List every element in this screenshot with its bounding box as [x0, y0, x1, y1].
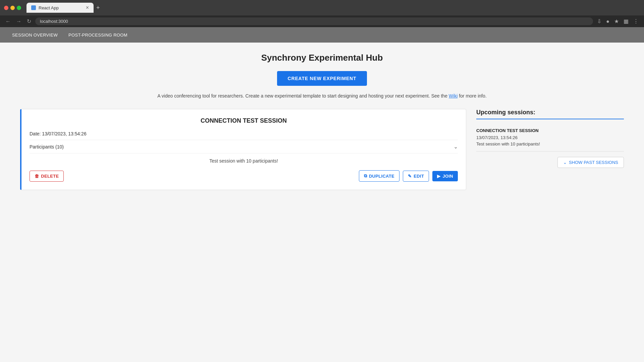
- edit-button[interactable]: ✎ EDIT: [403, 171, 429, 182]
- edit-icon: ✎: [408, 174, 412, 179]
- session-card-title: CONNECTION TEST SESSION: [30, 117, 458, 124]
- show-past-label: SHOW PAST SESSIONS: [569, 160, 618, 165]
- browser-titlebar: React App × +: [0, 0, 644, 15]
- upcoming-session-item: CONNECTION TEST SESSION 13/07/2023, 13:5…: [476, 123, 624, 152]
- app-nav: SESSION OVERVIEW POST-PROCESSING ROOM: [0, 27, 644, 43]
- minimize-dot[interactable]: [10, 6, 15, 10]
- window-controls: [4, 6, 21, 10]
- edit-label: EDIT: [414, 174, 424, 179]
- upcoming-panel: Upcoming sessions: CONNECTION TEST SESSI…: [476, 109, 624, 168]
- url-box[interactable]: localhost:3000: [35, 17, 593, 25]
- nav-post-processing-room[interactable]: POST-PROCESSING ROOM: [63, 28, 133, 42]
- description-suffix: for more info.: [459, 93, 486, 99]
- tab-title: React App: [39, 5, 59, 10]
- new-tab-button[interactable]: +: [94, 3, 103, 13]
- session-description: Test session with 10 participants!: [30, 158, 458, 164]
- browser-tab[interactable]: React App ×: [26, 3, 94, 13]
- duplicate-button[interactable]: ⧉ DUPLICATE: [359, 170, 399, 182]
- url-text: localhost:3000: [40, 19, 68, 24]
- chevron-down-small-icon: ⌄: [563, 160, 567, 165]
- close-dot[interactable]: [4, 6, 8, 10]
- download-icon[interactable]: ⇩: [596, 17, 603, 25]
- menu-icon[interactable]: ⋮: [632, 17, 640, 25]
- profile-icon[interactable]: ●: [605, 18, 611, 25]
- nav-session-overview[interactable]: SESSION OVERVIEW: [7, 28, 63, 42]
- tab-favicon-icon: [31, 5, 36, 10]
- join-button[interactable]: ▶ JOIN: [432, 171, 458, 181]
- tab-bar: React App × +: [24, 3, 640, 13]
- tab-close-icon[interactable]: ×: [86, 5, 89, 11]
- create-button-wrapper: CREATE NEW EXPERIMENT: [20, 71, 624, 86]
- address-bar: ← → ↻ localhost:3000 ⇩ ● ★ ▦ ⋮: [0, 15, 644, 27]
- upcoming-session-name: CONNECTION TEST SESSION: [476, 128, 624, 133]
- upcoming-title: Upcoming sessions:: [476, 109, 624, 119]
- delete-label: DELETE: [41, 174, 59, 179]
- join-label: JOIN: [442, 174, 453, 179]
- description-text: A video conferencing tool for researcher…: [157, 93, 447, 99]
- browser-chrome: React App × + ← → ↻ localhost:3000 ⇩ ● ★…: [0, 0, 644, 27]
- extensions-icon[interactable]: ▦: [622, 17, 630, 25]
- browser-icon-bar: ⇩ ● ★ ▦ ⋮: [596, 17, 640, 25]
- show-past-sessions-button[interactable]: ⌄ SHOW PAST SESSIONS: [557, 157, 624, 168]
- maximize-dot[interactable]: [17, 6, 21, 10]
- refresh-button[interactable]: ↻: [25, 17, 33, 25]
- duplicate-label: DUPLICATE: [369, 174, 394, 179]
- trash-icon: 🗑: [35, 174, 39, 179]
- session-date: Date: 13/07/2023, 13:54:26: [30, 131, 458, 136]
- session-card: CONNECTION TEST SESSION Date: 13/07/2023…: [20, 109, 466, 190]
- sessions-panel: CONNECTION TEST SESSION Date: 13/07/2023…: [20, 109, 466, 190]
- page-title: Synchrony Experimental Hub: [20, 53, 624, 63]
- page-description: A video conferencing tool for researcher…: [20, 93, 624, 100]
- upcoming-session-desc: Test session with 10 participants!: [476, 141, 624, 146]
- forward-button[interactable]: →: [15, 18, 23, 25]
- delete-button[interactable]: 🗑 DELETE: [30, 171, 64, 182]
- wiki-link[interactable]: Wiki: [449, 93, 458, 99]
- play-icon: ▶: [437, 174, 440, 179]
- duplicate-icon: ⧉: [364, 173, 367, 179]
- create-new-experiment-button[interactable]: CREATE NEW EXPERIMENT: [277, 71, 367, 86]
- participants-label: Participants (10): [30, 144, 64, 149]
- back-button[interactable]: ←: [4, 18, 12, 25]
- upcoming-session-date: 13/07/2023, 13:54:26: [476, 135, 624, 140]
- session-actions: 🗑 DELETE ⧉ DUPLICATE ✎ EDIT ▶ JOIN: [30, 170, 458, 182]
- content-area: CONNECTION TEST SESSION Date: 13/07/2023…: [20, 109, 624, 190]
- participants-row[interactable]: Participants (10) ⌄: [30, 140, 458, 154]
- star-icon[interactable]: ★: [613, 17, 620, 25]
- chevron-down-icon: ⌄: [453, 143, 458, 150]
- app-main: Synchrony Experimental Hub CREATE NEW EX…: [0, 43, 644, 362]
